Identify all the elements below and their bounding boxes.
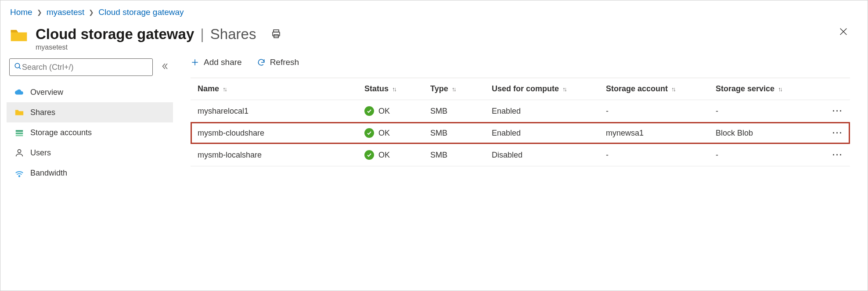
- breadcrumb-link-resource[interactable]: myasetest: [47, 7, 85, 17]
- status-ok-icon: [364, 128, 374, 138]
- sidebar-item-label: Users: [30, 148, 51, 158]
- svg-rect-8: [16, 133, 23, 134]
- sidebar-item-storage-accounts[interactable]: Storage accounts: [7, 122, 173, 143]
- cell-compute: Enabled: [492, 107, 606, 116]
- svg-point-10: [18, 150, 21, 153]
- sidebar-item-users[interactable]: Users: [7, 143, 173, 163]
- sidebar-item-bandwidth[interactable]: Bandwidth: [7, 163, 173, 183]
- page-title: Cloud storage gateway: [36, 26, 194, 43]
- column-header-name[interactable]: Name↑↓: [198, 84, 364, 93]
- cell-type: SMB: [430, 129, 492, 138]
- collapse-sidebar-button[interactable]: [161, 62, 169, 72]
- table-row[interactable]: mysmb-localshare OK SMB Disabled - - ···: [191, 144, 850, 166]
- user-icon: [14, 148, 24, 158]
- toolbar-label: Refresh: [270, 57, 299, 67]
- cell-account: -: [606, 151, 716, 160]
- svg-point-5: [15, 63, 20, 68]
- signal-icon: [14, 168, 24, 178]
- cell-type: SMB: [430, 151, 492, 160]
- sidebar-item-label: Overview: [30, 88, 63, 97]
- table-header-row: Name↑↓ Status↑↓ Type↑↓ Used for compute↑…: [191, 78, 850, 100]
- svg-point-11: [19, 176, 20, 177]
- sidebar-item-label: Shares: [30, 108, 55, 117]
- cell-name: mysmb-cloudshare: [198, 129, 364, 138]
- cell-compute: Disabled: [492, 151, 606, 160]
- cell-service: -: [716, 107, 817, 116]
- close-icon[interactable]: [839, 27, 848, 39]
- shares-table: Name↑↓ Status↑↓ Type↑↓ Used for compute↑…: [191, 78, 868, 166]
- toolbar: Add share Refresh: [191, 57, 850, 78]
- sort-icon: ↑↓: [223, 86, 226, 93]
- toolbar-label: Add share: [204, 57, 242, 67]
- search-input-wrapper[interactable]: [9, 58, 153, 76]
- add-share-button[interactable]: Add share: [191, 57, 242, 67]
- row-more-button[interactable]: ···: [817, 129, 843, 138]
- column-header-compute[interactable]: Used for compute↑↓: [492, 84, 606, 93]
- cloud-icon: [14, 87, 24, 97]
- search-input[interactable]: [22, 63, 148, 72]
- print-icon[interactable]: [271, 29, 281, 41]
- page-header: Cloud storage gateway | Shares myasetest: [0, 20, 868, 54]
- cell-compute: Enabled: [492, 129, 606, 138]
- table-row[interactable]: mysharelocal1 OK SMB Enabled - - ···: [191, 100, 850, 122]
- status-ok-icon: [364, 150, 374, 160]
- cell-account: mynewsa1: [606, 129, 716, 138]
- row-more-button[interactable]: ···: [817, 107, 843, 116]
- sort-icon: ↑↓: [562, 86, 566, 93]
- cell-account: -: [606, 107, 716, 116]
- sidebar-item-label: Bandwidth: [30, 169, 67, 178]
- svg-line-6: [19, 67, 21, 69]
- sidebar-item-overview[interactable]: Overview: [7, 82, 173, 102]
- breadcrumb-link-section[interactable]: Cloud storage gateway: [98, 7, 184, 17]
- sort-icon: ↑↓: [778, 86, 782, 93]
- breadcrumb: Home ❯ myasetest ❯ Cloud storage gateway: [0, 0, 868, 20]
- column-header-type[interactable]: Type↑↓: [430, 84, 492, 93]
- cell-status: OK: [364, 106, 430, 116]
- cell-service: -: [716, 151, 817, 160]
- folder-icon: [14, 108, 24, 117]
- table-row[interactable]: mysmb-cloudshare OK SMB Enabled mynewsa1…: [191, 122, 850, 144]
- sidebar-item-label: Storage accounts: [30, 128, 92, 137]
- page-subtitle: myasetest: [36, 43, 859, 51]
- cell-name: mysharelocal1: [198, 107, 364, 116]
- column-header-status[interactable]: Status↑↓: [364, 84, 430, 93]
- main-content: Add share Refresh Name↑↓ Status↑↓ Type↑↓…: [173, 54, 868, 287]
- svg-rect-9: [16, 135, 23, 137]
- cell-status: OK: [364, 128, 430, 138]
- cell-service: Block Blob: [716, 129, 817, 138]
- status-ok-icon: [364, 106, 374, 116]
- row-more-button[interactable]: ···: [817, 151, 843, 160]
- folder-icon: [9, 26, 29, 45]
- sort-icon: ↑↓: [452, 86, 455, 93]
- chevron-right-icon: ❯: [37, 9, 42, 16]
- column-header-service[interactable]: Storage service↑↓: [716, 84, 817, 93]
- chevron-right-icon: ❯: [89, 9, 94, 16]
- cell-name: mysmb-localshare: [198, 151, 364, 160]
- cell-status: OK: [364, 150, 430, 160]
- svg-rect-7: [16, 130, 23, 132]
- sidebar-item-shares[interactable]: Shares: [7, 102, 173, 122]
- cell-type: SMB: [430, 107, 492, 116]
- title-separator: |: [200, 26, 204, 43]
- column-header-account[interactable]: Storage account↑↓: [606, 84, 716, 93]
- sort-icon: ↑↓: [671, 86, 675, 93]
- refresh-button[interactable]: Refresh: [257, 57, 299, 67]
- breadcrumb-link-home[interactable]: Home: [10, 7, 32, 17]
- page-section: Shares: [210, 26, 256, 43]
- storage-icon: [14, 128, 24, 137]
- sort-icon: ↑↓: [392, 86, 396, 93]
- sidebar: Overview Shares Storage accounts Users B: [7, 54, 173, 287]
- search-icon: [14, 62, 22, 72]
